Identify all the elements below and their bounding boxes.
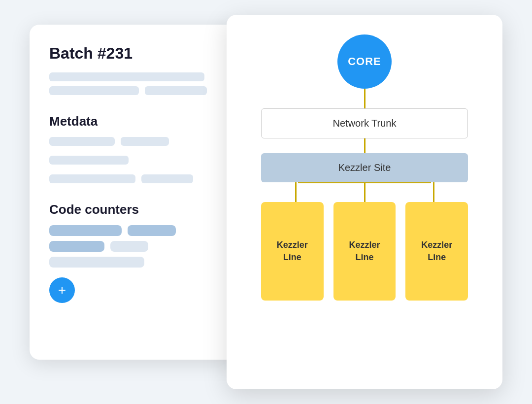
branch-line-center xyxy=(364,182,366,202)
counter-cell xyxy=(49,241,104,252)
meta-row xyxy=(49,174,222,188)
placeholder-cell xyxy=(49,86,139,95)
network-diagram-card: CORE Network Trunk Kezzler Site KezzlerL… xyxy=(227,15,502,389)
counter-cell xyxy=(49,257,144,268)
kezzler-line-2: KezzlerLine xyxy=(333,202,396,301)
connector-core-trunk xyxy=(364,89,366,108)
add-button[interactable]: + xyxy=(49,277,75,303)
placeholder-row-group xyxy=(49,86,222,100)
placeholder-cell xyxy=(141,174,193,183)
branch-line-left xyxy=(295,182,297,202)
connector-trunk-site xyxy=(364,138,366,153)
scene: Batch #231 Metdata Code counters xyxy=(30,15,502,389)
placeholder-row xyxy=(49,72,204,81)
branch-connectors xyxy=(261,182,468,202)
counter-row xyxy=(49,225,222,236)
placeholder-cell xyxy=(49,137,115,146)
core-node: CORE xyxy=(337,34,392,89)
kezzler-site-box: Kezzler Site xyxy=(261,153,468,182)
branch-line-right xyxy=(433,182,434,202)
network-trunk-box: Network Trunk xyxy=(261,108,468,138)
counter-cell xyxy=(128,225,176,236)
meta-row xyxy=(49,156,222,169)
counter-cell xyxy=(110,241,148,252)
meta-row xyxy=(49,137,222,151)
kezzler-site-label: Kezzler Site xyxy=(338,162,391,173)
kezzler-line-3: KezzlerLine xyxy=(405,202,468,301)
kezzler-line-1: KezzlerLine xyxy=(261,202,324,301)
counter-row xyxy=(49,257,222,268)
batch-card: Batch #231 Metdata Code counters xyxy=(30,25,241,360)
metadata-title: Metdata xyxy=(49,114,222,129)
network-trunk-label: Network Trunk xyxy=(333,118,397,129)
code-counters-title: Code counters xyxy=(49,202,222,217)
placeholder-cell xyxy=(49,174,135,183)
batch-title: Batch #231 xyxy=(49,44,222,63)
placeholder-cell xyxy=(121,137,169,146)
placeholder-cell xyxy=(145,86,207,95)
counter-cell xyxy=(49,225,122,236)
placeholder-cell xyxy=(49,156,129,165)
kezzler-lines-row: KezzlerLine KezzlerLine KezzlerLine xyxy=(261,202,468,301)
counter-row xyxy=(49,241,222,252)
